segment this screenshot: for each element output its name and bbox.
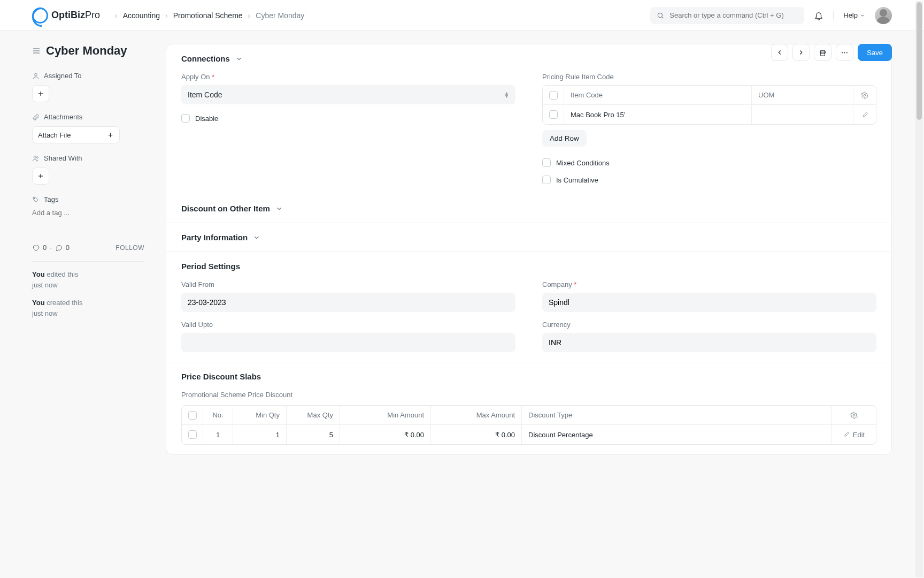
section-party-toggle[interactable]: Party Information (181, 233, 876, 242)
slab-row-checkbox[interactable] (188, 430, 197, 439)
gear-icon[interactable] (850, 412, 858, 419)
main-card: Connections Apply On Item Code ▲▼ Disabl… (166, 44, 892, 455)
table-select-all-checkbox[interactable] (549, 91, 558, 100)
valid-upto-label: Valid Upto (181, 321, 515, 329)
slab-maxq[interactable]: 5 (287, 425, 340, 444)
plus-icon (107, 132, 114, 139)
slab-edit-button[interactable]: Edit (832, 425, 876, 444)
company-input[interactable] (542, 293, 876, 312)
currency-label: Currency (542, 321, 876, 329)
attach-file-button[interactable]: Attach File (32, 126, 120, 143)
slab-minq[interactable]: 1 (233, 425, 287, 444)
svg-point-0 (658, 13, 663, 17)
add-share-button[interactable] (32, 168, 49, 185)
page-sidebar: Cyber Monday Assigned To Attachments Att… (32, 44, 144, 455)
slabs-subtitle: Promotional Scheme Price Discount (181, 391, 876, 399)
logo[interactable]: OptiBizPro (32, 7, 100, 24)
currency-input[interactable] (542, 333, 876, 352)
user-icon (32, 72, 40, 80)
col-no[interactable]: No. (203, 406, 233, 424)
bell-icon[interactable] (814, 11, 823, 20)
chevron-down-icon (253, 234, 260, 241)
col-uom[interactable]: UOM (752, 86, 853, 104)
page-title: Cyber Monday (46, 44, 127, 58)
is-cumulative-checkbox[interactable] (542, 176, 551, 184)
attach-file-label: Attach File (38, 131, 71, 139)
svg-point-15 (36, 156, 38, 158)
chevron-right-icon: › (165, 11, 168, 20)
likes-count: 0 (43, 244, 47, 252)
slabs-table: No. Min Qty Max Qty Min Amount Max Amoun… (181, 405, 876, 445)
heart-icon[interactable] (32, 244, 40, 252)
col-dtype[interactable]: Discount Type (522, 406, 832, 424)
valid-upto-field[interactable] (188, 338, 509, 347)
slab-no[interactable]: 1 (203, 425, 233, 444)
navbar: OptiBizPro › Accounting › Promotional Sc… (0, 0, 924, 31)
prev-button[interactable] (771, 44, 788, 61)
currency-field[interactable] (549, 338, 870, 347)
section-party-title: Party Information (181, 233, 248, 242)
print-button[interactable] (814, 44, 831, 61)
edit-icon[interactable] (861, 111, 868, 118)
row-item-code[interactable]: Mac Book Pro 15' (564, 105, 752, 124)
valid-from-input[interactable] (181, 293, 515, 312)
disable-label: Disable (195, 115, 218, 123)
add-row-button[interactable]: Add Row (542, 130, 587, 147)
valid-upto-input[interactable] (181, 333, 515, 352)
printer-icon (819, 49, 827, 57)
next-button[interactable] (792, 44, 810, 61)
apply-on-select[interactable]: Item Code ▲▼ (181, 85, 515, 104)
tag-input[interactable] (32, 209, 144, 217)
row-checkbox[interactable] (549, 110, 558, 119)
avatar[interactable] (875, 7, 892, 24)
select-arrows-icon: ▲▼ (504, 92, 509, 98)
scrollbar-thumb[interactable] (917, 2, 922, 120)
comment-icon[interactable] (55, 244, 63, 252)
row-uom[interactable] (752, 105, 853, 124)
breadcrumb-accounting[interactable]: Accounting (123, 11, 160, 20)
svg-point-3 (842, 52, 843, 53)
logo-icon (32, 7, 48, 24)
shared-with-label: Shared With (32, 154, 144, 162)
global-search[interactable] (650, 7, 804, 24)
attachments-label: Attachments (32, 113, 144, 121)
save-button[interactable]: Save (858, 44, 892, 61)
svg-point-4 (844, 52, 845, 53)
tag-icon (32, 196, 40, 203)
mixed-conditions-checkbox[interactable] (542, 158, 551, 167)
activity-entry: You edited this just now (32, 269, 144, 290)
search-icon (657, 12, 664, 19)
disable-checkbox[interactable] (181, 114, 190, 123)
col-minq[interactable]: Min Qty (233, 406, 287, 424)
menu-icon[interactable] (32, 47, 41, 55)
valid-from-label: Valid From (181, 280, 515, 288)
plus-icon (37, 90, 44, 97)
gear-icon[interactable] (861, 92, 868, 99)
col-maxamt[interactable]: Max Amount (431, 406, 522, 424)
search-input[interactable] (669, 11, 798, 19)
ellipsis-icon (841, 49, 849, 57)
breadcrumb-scheme[interactable]: Promotional Scheme (173, 11, 243, 20)
slab-maxamt[interactable]: ₹ 0.00 (431, 425, 522, 444)
section-discount-other-toggle[interactable]: Discount on Other Item (181, 204, 876, 213)
help-menu[interactable]: Help (843, 11, 865, 19)
divider (833, 11, 834, 20)
slabs-select-all-checkbox[interactable] (188, 411, 197, 420)
follow-button[interactable]: FOLLOW (116, 244, 144, 252)
slab-dtype[interactable]: Discount Percentage (522, 425, 832, 444)
add-assignee-button[interactable] (32, 85, 49, 102)
users-icon (32, 155, 40, 162)
section-period-title: Period Settings (181, 262, 240, 271)
scrollbar[interactable] (915, 1, 923, 577)
more-menu-button[interactable] (836, 44, 853, 61)
is-cumulative-label: Is Cumulative (556, 176, 598, 184)
col-maxq[interactable]: Max Qty (287, 406, 340, 424)
valid-from-field[interactable] (188, 298, 509, 307)
section-slabs-head: Price Discount Slabs (181, 372, 876, 381)
company-field[interactable] (549, 298, 870, 307)
slab-minamt[interactable]: ₹ 0.00 (340, 425, 431, 444)
pricing-rule-label: Pricing Rule Item Code (542, 73, 876, 81)
tags-label: Tags (32, 195, 144, 203)
col-item-code[interactable]: Item Code (564, 86, 752, 104)
col-minamt[interactable]: Min Amount (340, 406, 431, 424)
